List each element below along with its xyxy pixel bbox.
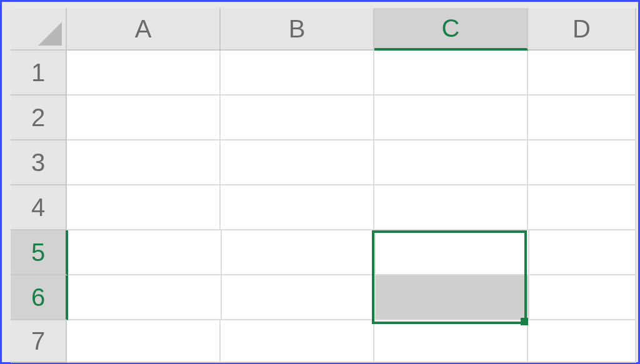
cell-D5[interactable] xyxy=(529,230,636,275)
column-header-C[interactable]: C xyxy=(374,8,528,51)
row-3: 3 xyxy=(11,140,636,185)
cell-D1[interactable] xyxy=(528,51,636,96)
cell-D3[interactable] xyxy=(528,140,636,185)
row-header-6[interactable]: 6 xyxy=(11,275,68,320)
column-header-A[interactable]: A xyxy=(67,8,221,51)
column-header-D[interactable]: D xyxy=(528,8,636,51)
grid-body: 1 2 3 xyxy=(11,51,636,360)
spreadsheet-frame: A B C D 1 2 xyxy=(0,0,640,364)
row-6: 6 xyxy=(11,275,636,320)
row-7: 7 xyxy=(11,320,636,363)
cell-C4[interactable] xyxy=(374,185,528,230)
cell-C2[interactable] xyxy=(374,96,528,140)
cell-A5[interactable] xyxy=(68,230,222,275)
row-header-2[interactable]: 2 xyxy=(11,96,67,140)
row-header-7[interactable]: 7 xyxy=(11,320,67,363)
cell-B4[interactable] xyxy=(221,185,374,230)
row-header-4[interactable]: 4 xyxy=(11,185,67,230)
sheet: A B C D 1 2 xyxy=(11,8,636,360)
cell-D7[interactable] xyxy=(528,320,636,363)
row-header-1[interactable]: 1 xyxy=(11,51,67,96)
cell-B5[interactable] xyxy=(222,230,376,275)
row-4: 4 xyxy=(11,185,636,230)
column-header-B[interactable]: B xyxy=(221,8,374,51)
cell-A1[interactable] xyxy=(67,51,221,96)
select-all-corner[interactable] xyxy=(11,8,67,51)
column-headers-row: A B C D xyxy=(11,8,636,51)
row-header-3[interactable]: 3 xyxy=(11,140,67,185)
cell-D2[interactable] xyxy=(528,96,636,140)
row-5: 5 xyxy=(11,230,636,275)
cell-C1[interactable] xyxy=(374,51,528,96)
cell-A4[interactable] xyxy=(67,185,221,230)
cell-B7[interactable] xyxy=(221,320,374,363)
cell-C3[interactable] xyxy=(374,140,528,185)
cell-C6[interactable] xyxy=(376,275,529,320)
cell-B1[interactable] xyxy=(221,51,374,96)
cell-C5[interactable] xyxy=(376,230,529,275)
row-1: 1 xyxy=(11,51,636,96)
cell-D4[interactable] xyxy=(528,185,636,230)
row-header-5[interactable]: 5 xyxy=(11,230,68,275)
cell-D6[interactable] xyxy=(529,275,636,320)
spreadsheet-grid: A B C D 1 2 xyxy=(11,8,636,360)
cell-B2[interactable] xyxy=(221,96,374,140)
cell-A2[interactable] xyxy=(67,96,221,140)
cell-B3[interactable] xyxy=(221,140,374,185)
select-all-icon xyxy=(38,22,62,46)
cell-C7[interactable] xyxy=(374,320,528,363)
cell-A7[interactable] xyxy=(67,320,221,363)
cell-B6[interactable] xyxy=(222,275,376,320)
row-2: 2 xyxy=(11,96,636,140)
cell-A6[interactable] xyxy=(68,275,222,320)
cell-A3[interactable] xyxy=(67,140,221,185)
